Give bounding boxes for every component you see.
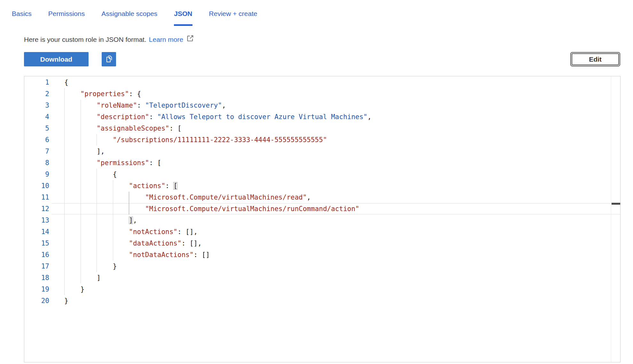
download-button[interactable]: Download [24, 52, 89, 66]
indent-guide [64, 146, 65, 157]
indent-guide [113, 192, 113, 203]
code-line[interactable]: 9 { [24, 169, 620, 180]
indent-guide [81, 192, 81, 203]
subtitle-text: Here is your custom role in JSON format. [24, 35, 146, 44]
tab-assignable-scopes[interactable]: Assignable scopes [101, 10, 157, 26]
code-line[interactable]: 6 "/subscriptions/11111111-2222-3333-444… [24, 134, 620, 146]
code-line[interactable]: 10 "actions": [ [24, 180, 620, 192]
line-number: 11 [24, 192, 64, 203]
indent-guide [81, 123, 81, 134]
edit-button[interactable]: Edit [572, 53, 619, 65]
indent-guide [81, 134, 81, 146]
code-text: "notDataActions": [] [64, 249, 620, 261]
copy-button[interactable] [102, 52, 116, 66]
indent-guide [81, 180, 81, 192]
json-editor[interactable]: 1{2 "properties": {3 "roleName": "Telepo… [24, 76, 621, 362]
indent-guide [113, 180, 113, 192]
code-text: "permissions": [ [64, 157, 620, 169]
code-line[interactable]: 7 ], [24, 146, 620, 157]
code-line[interactable]: 5 "assignableScopes": [ [24, 123, 620, 134]
code-line[interactable]: 4 "description": "Allows Teleport to dis… [24, 111, 620, 123]
code-lines: 1{2 "properties": {3 "roleName": "Telepo… [24, 77, 620, 307]
line-number: 13 [24, 215, 64, 226]
line-number: 2 [24, 88, 64, 100]
indent-guide [81, 100, 81, 111]
code-line[interactable]: 19 } [24, 284, 620, 295]
indent-guide [113, 226, 113, 238]
indent-guide [64, 134, 65, 146]
tab-json[interactable]: JSON [174, 10, 192, 26]
indent-guide [81, 111, 81, 123]
line-number: 6 [24, 134, 64, 146]
tab-permissions[interactable]: Permissions [48, 10, 85, 26]
indent-guide [81, 157, 81, 169]
code-line[interactable]: 3 "roleName": "TeleportDiscovery", [24, 100, 620, 111]
code-text: ], [64, 146, 620, 157]
code-line[interactable]: 20} [24, 295, 620, 307]
indent-guide [64, 238, 65, 249]
indent-guide [64, 123, 65, 134]
code-line[interactable]: 13 ], [24, 215, 620, 226]
line-number: 18 [24, 272, 64, 284]
indent-guide [81, 169, 81, 180]
line-number: 16 [24, 249, 64, 261]
line-number: 9 [24, 169, 64, 180]
external-link-icon [186, 34, 194, 44]
code-line[interactable]: 1{ [24, 77, 620, 88]
line-number: 8 [24, 157, 64, 169]
indent-guide [64, 169, 65, 180]
tab-basics[interactable]: Basics [12, 10, 32, 26]
code-line[interactable]: 2 "properties": { [24, 88, 620, 100]
code-text: "Microsoft.Compute/virtualMachines/read"… [64, 192, 620, 203]
indent-guide [113, 238, 113, 249]
copy-icon [105, 54, 113, 64]
wizard-tabs: Basics Permissions Assignable scopes JSO… [0, 0, 633, 26]
code-text: "dataActions": [], [64, 238, 620, 249]
code-line[interactable]: 17 } [24, 261, 620, 272]
indent-guide [64, 180, 65, 192]
code-line[interactable]: 8 "permissions": [ [24, 157, 620, 169]
code-line[interactable]: 11 "Microsoft.Compute/virtualMachines/re… [24, 192, 620, 203]
indent-guide [64, 100, 65, 111]
overview-ruler-scrollbar[interactable] [611, 76, 620, 362]
indent-guide [97, 192, 97, 203]
indent-guide [129, 203, 129, 215]
tab-review-create[interactable]: Review + create [209, 10, 257, 26]
indent-guide [113, 215, 113, 226]
indent-guide [113, 249, 113, 261]
indent-guide [97, 180, 97, 192]
learn-more-link[interactable]: Learn more [149, 35, 183, 44]
indent-guide [97, 203, 97, 215]
cursor-overview-mark [612, 203, 620, 205]
indent-guide [97, 261, 97, 272]
code-text: "assignableScopes": [ [64, 123, 620, 134]
code-text: "properties": { [64, 88, 620, 100]
indent-guide [81, 272, 81, 284]
indent-guide [97, 238, 97, 249]
indent-guide [81, 226, 81, 238]
indent-guide [64, 272, 65, 284]
line-number: 15 [24, 238, 64, 249]
code-line[interactable]: 12 "Microsoft.Compute/virtualMachines/ru… [24, 203, 620, 215]
indent-guide [81, 249, 81, 261]
indent-guide [113, 203, 113, 215]
line-number: 3 [24, 100, 64, 111]
indent-guide [64, 249, 65, 261]
code-line[interactable]: 14 "notActions": [], [24, 226, 620, 238]
indent-guide [64, 192, 65, 203]
code-text: } [64, 284, 620, 295]
line-number: 10 [24, 180, 64, 192]
line-number: 1 [24, 77, 64, 88]
code-line[interactable]: 16 "notDataActions": [] [24, 249, 620, 261]
indent-guide [64, 88, 65, 100]
code-line[interactable]: 15 "dataActions": [], [24, 238, 620, 249]
code-text: ] [64, 272, 620, 284]
indent-guide [97, 134, 97, 146]
code-text: } [64, 295, 620, 307]
indent-guide [97, 226, 97, 238]
indent-guide [81, 215, 81, 226]
code-text: "actions": [ [64, 180, 620, 192]
indent-guide [81, 261, 81, 272]
code-line[interactable]: 18 ] [24, 272, 620, 284]
code-text: "Microsoft.Compute/virtualMachines/runCo… [64, 203, 620, 215]
